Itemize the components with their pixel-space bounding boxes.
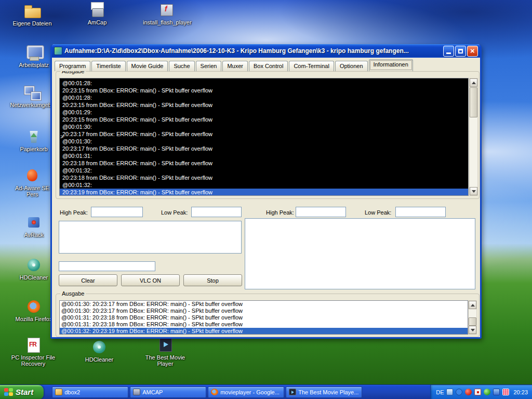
log-line[interactable]: @00:01:30: 20:23:17 from DBox: ERROR: ma…	[60, 301, 468, 308]
camera-icon	[89, 2, 105, 18]
file-recovery-icon	[25, 337, 42, 353]
desktop-icon-pc-inspector[interactable]: PC Inspector File Recovery	[10, 337, 57, 367]
low-peak-label-2: Low Peak:	[365, 209, 391, 216]
messenger-icon[interactable]	[456, 389, 462, 395]
console-line[interactable]: @00:01:32:	[60, 181, 468, 189]
tab[interactable]: Com-Terminal	[289, 61, 334, 71]
log-group: Ausgabe @00:01:30: 20:23:17 from DBox: E…	[56, 294, 480, 337]
antivirus-icon[interactable]	[465, 389, 472, 395]
arrow-down-icon	[472, 190, 476, 195]
scheduler-icon[interactable]	[502, 389, 509, 395]
update-icon[interactable]	[484, 389, 490, 395]
console-line[interactable]: @00:01:28:	[60, 94, 468, 101]
desktop-icon-best-movie-player[interactable]: The Best Movie Player	[142, 337, 189, 367]
high-peak-input-2[interactable]	[296, 207, 346, 217]
firewall-icon[interactable]	[474, 389, 481, 395]
clear-button[interactable]: Clear	[59, 274, 117, 286]
tab[interactable]: Serien	[196, 61, 222, 71]
window-titlebar[interactable]: Aufnahme:D:\A-Z\d\dbox2\Dbox-Aufnahme\20…	[52, 44, 480, 58]
log-line[interactable]: @00:01:31: 20:23:18 from DBox: ERROR: ma…	[60, 314, 468, 321]
display-icon[interactable]	[493, 389, 500, 395]
task-label: movieplayer - Google...	[220, 389, 280, 395]
movie-player-icon	[157, 337, 174, 353]
console-line[interactable]: 20:23:15 from DBox: ERROR: main() - SPkt…	[60, 87, 468, 94]
console-line[interactable]: 20:23:19 from DBox: ERROR: main() - SPkt…	[60, 189, 468, 196]
console-line[interactable]: @00:01:31:	[60, 152, 468, 159]
minimize-button[interactable]	[443, 46, 454, 57]
windows-logo-icon	[4, 388, 13, 396]
console-line[interactable]: 20:23:17 from DBox: ERROR: main() - SPkt…	[60, 130, 468, 138]
tab[interactable]: Informationen	[369, 59, 413, 71]
console-line[interactable]: @00:01:28:	[60, 79, 468, 87]
desktop-icon-netzwerkumgebung[interactable]: Netzwerkumgebu	[9, 84, 56, 108]
firefox-icon	[211, 389, 218, 395]
console-line[interactable]: 20:23:17 from DBox: ERROR: main() - SPkt…	[60, 145, 468, 152]
scroll-track[interactable]	[469, 309, 476, 326]
console-line[interactable]: 20:23:15 from DBox: ERROR: main() - SPkt…	[60, 101, 468, 109]
tab[interactable]: Programm	[55, 61, 90, 71]
desktop-icon-hdcleaner-2[interactable]: HDCleaner	[76, 339, 123, 363]
console-line[interactable]: @00:01:30:	[60, 138, 468, 145]
scroll-track[interactable]	[470, 87, 477, 187]
status-input[interactable]	[59, 261, 155, 271]
console-line[interactable]: 20:23:18 from DBox: ERROR: main() - SPkt…	[60, 159, 468, 167]
scroll-up-button[interactable]	[469, 301, 476, 309]
tab[interactable]: Optionen	[335, 61, 368, 71]
console-scrollbar[interactable]	[469, 78, 478, 196]
arrow-up-icon	[471, 302, 475, 307]
log-line[interactable]: @00:01:32: 20:23:19 from DBox: ERROR: ma…	[60, 328, 468, 335]
high-peak-input-1[interactable]	[91, 207, 143, 217]
task-label: AMCAP	[142, 389, 163, 395]
console-line[interactable]: @00:01:30:	[60, 123, 468, 130]
desktop-icon-label: PC Inspector File Recovery	[10, 354, 57, 367]
tab[interactable]: Movie Guide	[127, 61, 168, 71]
tab[interactable]: Timerliste	[91, 61, 125, 71]
console-line[interactable]: @00:01:29:	[60, 109, 468, 116]
desktop-background: Eigene Dateien AmCap install_flash_playe…	[0, 0, 532, 399]
scroll-thumb[interactable]	[470, 87, 477, 117]
scroll-up-button[interactable]	[470, 78, 477, 87]
disk-cleaner-icon	[25, 257, 42, 273]
tab[interactable]: Muxer	[222, 61, 248, 71]
desktop-icon-adaware[interactable]: Ad-Aware SE Pers	[9, 167, 56, 197]
taskbar: Start dbox2 AMCAP movieplayer - Google..…	[0, 384, 532, 399]
low-peak-label-1: Low Peak:	[161, 209, 188, 216]
low-peak-input-1[interactable]	[191, 207, 242, 217]
window-body: Programm Timerliste Movie Guide Suche Se…	[52, 58, 480, 337]
folder-icon	[24, 3, 41, 19]
output-console[interactable]: > @00:01:28: 20:23:15 from DBox: ERROR: …	[59, 78, 469, 196]
stop-button[interactable]: Stop	[183, 274, 242, 286]
scroll-thumb[interactable]	[469, 317, 476, 326]
log-list[interactable]: @00:01:30: 20:23:17 from DBox: ERROR: ma…	[59, 300, 468, 335]
high-peak-label-2: High Peak:	[266, 209, 294, 216]
disk-cleaner-icon	[91, 339, 108, 355]
close-icon	[470, 46, 475, 56]
console-line[interactable]: 20:23:18 from DBox: ERROR: main() - SPkt…	[60, 174, 468, 181]
taskbar-button-amcap[interactable]: AMCAP	[130, 387, 206, 398]
maximize-button[interactable]	[455, 46, 466, 57]
taskbar-button-dbox2[interactable]: dbox2	[52, 387, 128, 398]
close-button[interactable]	[467, 46, 478, 57]
log-line[interactable]: @00:01:30: 20:23:17 from DBox: ERROR: ma…	[60, 308, 468, 314]
low-peak-input-2[interactable]	[395, 207, 446, 217]
taskbar-button-best-movie-player[interactable]: The Best Movie Playe...	[286, 387, 362, 398]
scroll-down-button[interactable]	[470, 187, 477, 195]
task-label: The Best Movie Playe...	[298, 389, 358, 395]
console-line[interactable]: @00:01:32:	[60, 167, 468, 174]
network-icon[interactable]	[446, 389, 453, 395]
tab[interactable]: Box Control	[249, 61, 288, 71]
start-button[interactable]: Start	[0, 385, 44, 399]
vlc-on-button[interactable]: VLC ON	[121, 274, 180, 286]
tab[interactable]: Suche	[169, 61, 194, 71]
log-line[interactable]: @00:01:31: 20:23:18 from DBox: ERROR: ma…	[60, 321, 468, 328]
desktop-icon-install-flash-player[interactable]: install_flash_player	[143, 2, 190, 25]
console-line[interactable]: 20:23:15 from DBox: ERROR: main() - SPkt…	[60, 116, 468, 123]
scroll-down-button[interactable]	[469, 326, 476, 334]
left-display-panel	[59, 221, 242, 254]
installer-icon	[158, 2, 175, 18]
language-indicator[interactable]: DE	[436, 389, 444, 395]
log-scrollbar[interactable]	[468, 300, 477, 335]
desktop-icon-eigene-dateien[interactable]: Eigene Dateien	[9, 3, 56, 26]
desktop-icon-amcap[interactable]: AmCap	[74, 2, 121, 25]
taskbar-button-movieplayer-google[interactable]: movieplayer - Google...	[208, 387, 284, 398]
